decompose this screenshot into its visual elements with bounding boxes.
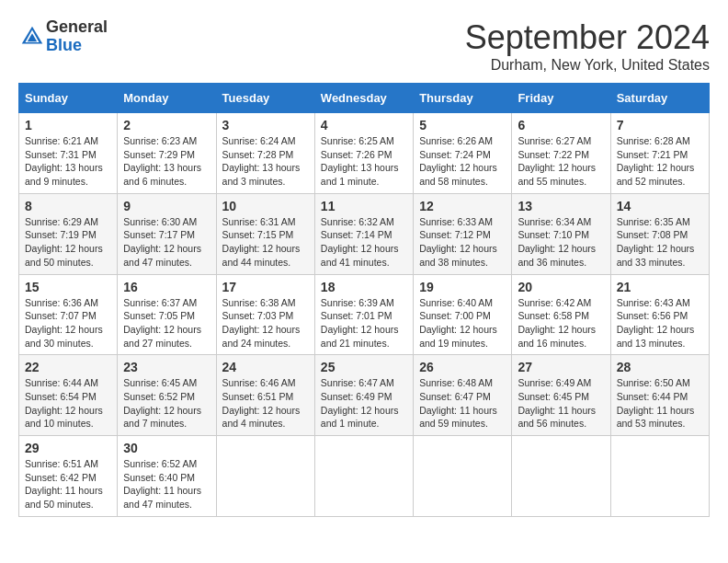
weekday-tuesday: Tuesday xyxy=(216,84,314,113)
day-number: 4 xyxy=(321,118,407,132)
day-number: 16 xyxy=(123,280,210,294)
day-number: 18 xyxy=(321,280,407,294)
calendar-cell: 26Sunrise: 6:48 AMSunset: 6:47 PMDayligh… xyxy=(414,355,512,436)
day-detail: Sunrise: 6:21 AMSunset: 7:31 PMDaylight:… xyxy=(25,134,111,189)
calendar-cell: 3Sunrise: 6:24 AMSunset: 7:28 PMDaylight… xyxy=(216,113,314,194)
day-number: 20 xyxy=(518,280,604,294)
day-number: 2 xyxy=(123,118,210,132)
calendar-cell xyxy=(216,436,314,517)
day-detail: Sunrise: 6:30 AMSunset: 7:17 PMDaylight:… xyxy=(123,215,210,270)
day-detail: Sunrise: 6:44 AMSunset: 6:54 PMDaylight:… xyxy=(25,376,111,431)
calendar-cell: 27Sunrise: 6:49 AMSunset: 6:45 PMDayligh… xyxy=(512,355,610,436)
day-detail: Sunrise: 6:38 AMSunset: 7:03 PMDaylight:… xyxy=(222,296,309,350)
day-detail: Sunrise: 6:43 AMSunset: 6:56 PMDaylight:… xyxy=(617,296,703,350)
location: Durham, New York, United States xyxy=(465,57,710,74)
calendar-cell: 18Sunrise: 6:39 AMSunset: 7:01 PMDayligh… xyxy=(314,274,413,355)
calendar-cell: 13Sunrise: 6:34 AMSunset: 7:10 PMDayligh… xyxy=(512,193,610,274)
day-detail: Sunrise: 6:46 AMSunset: 6:51 PMDaylight:… xyxy=(222,376,309,431)
calendar-cell: 7Sunrise: 6:28 AMSunset: 7:21 PMDaylight… xyxy=(610,113,709,194)
day-number: 9 xyxy=(123,199,210,213)
day-number: 1 xyxy=(25,118,111,132)
page-header: General Blue September 2024 Durham, New … xyxy=(18,18,710,74)
day-number: 17 xyxy=(222,280,309,294)
calendar-cell: 22Sunrise: 6:44 AMSunset: 6:54 PMDayligh… xyxy=(19,355,118,436)
day-detail: Sunrise: 6:40 AMSunset: 7:00 PMDaylight:… xyxy=(419,296,506,350)
calendar-cell: 20Sunrise: 6:42 AMSunset: 6:58 PMDayligh… xyxy=(512,274,610,355)
calendar-cell: 30Sunrise: 6:52 AMSunset: 6:40 PMDayligh… xyxy=(118,436,216,517)
day-number: 7 xyxy=(617,118,703,132)
calendar-cell: 21Sunrise: 6:43 AMSunset: 6:56 PMDayligh… xyxy=(610,274,709,355)
day-detail: Sunrise: 6:36 AMSunset: 7:07 PMDaylight:… xyxy=(25,296,111,350)
day-number: 5 xyxy=(419,118,506,132)
logo: General Blue xyxy=(18,18,108,55)
day-detail: Sunrise: 6:52 AMSunset: 6:40 PMDaylight:… xyxy=(123,457,210,511)
weekday-friday: Friday xyxy=(512,84,610,113)
day-number: 19 xyxy=(419,280,506,294)
weekday-saturday: Saturday xyxy=(610,84,709,113)
day-detail: Sunrise: 6:32 AMSunset: 7:14 PMDaylight:… xyxy=(321,215,407,270)
calendar-cell: 1Sunrise: 6:21 AMSunset: 7:31 PMDaylight… xyxy=(19,113,118,194)
day-detail: Sunrise: 6:51 AMSunset: 6:42 PMDaylight:… xyxy=(25,457,111,511)
logo-general: General xyxy=(46,18,108,37)
calendar-cell: 8Sunrise: 6:29 AMSunset: 7:19 PMDaylight… xyxy=(19,193,118,274)
calendar-body: 1Sunrise: 6:21 AMSunset: 7:31 PMDaylight… xyxy=(19,113,710,517)
calendar-cell: 29Sunrise: 6:51 AMSunset: 6:42 PMDayligh… xyxy=(19,436,118,517)
calendar-cell: 23Sunrise: 6:45 AMSunset: 6:52 PMDayligh… xyxy=(118,355,216,436)
day-detail: Sunrise: 6:35 AMSunset: 7:08 PMDaylight:… xyxy=(617,215,703,270)
day-detail: Sunrise: 6:48 AMSunset: 6:47 PMDaylight:… xyxy=(419,376,506,431)
day-number: 11 xyxy=(321,199,407,213)
day-detail: Sunrise: 6:29 AMSunset: 7:19 PMDaylight:… xyxy=(25,215,111,270)
day-number: 15 xyxy=(25,280,111,294)
day-detail: Sunrise: 6:37 AMSunset: 7:05 PMDaylight:… xyxy=(123,296,210,350)
calendar-cell: 28Sunrise: 6:50 AMSunset: 6:44 PMDayligh… xyxy=(610,355,709,436)
day-number: 14 xyxy=(617,199,703,213)
day-number: 24 xyxy=(222,360,309,374)
day-number: 28 xyxy=(617,360,703,374)
day-number: 12 xyxy=(419,199,506,213)
day-detail: Sunrise: 6:28 AMSunset: 7:21 PMDaylight:… xyxy=(617,134,703,189)
calendar-week-1: 1Sunrise: 6:21 AMSunset: 7:31 PMDaylight… xyxy=(19,113,710,194)
day-number: 22 xyxy=(25,360,111,374)
weekday-monday: Monday xyxy=(118,84,216,113)
calendar-cell xyxy=(610,436,709,517)
calendar-cell xyxy=(512,436,610,517)
day-detail: Sunrise: 6:33 AMSunset: 7:12 PMDaylight:… xyxy=(419,215,506,270)
title-area: September 2024 Durham, New York, United … xyxy=(465,18,710,74)
weekday-header-row: SundayMondayTuesdayWednesdayThursdayFrid… xyxy=(19,84,710,113)
day-detail: Sunrise: 6:50 AMSunset: 6:44 PMDaylight:… xyxy=(617,376,703,431)
calendar-cell: 6Sunrise: 6:27 AMSunset: 7:22 PMDaylight… xyxy=(512,113,610,194)
day-detail: Sunrise: 6:26 AMSunset: 7:24 PMDaylight:… xyxy=(419,134,506,189)
calendar-week-5: 29Sunrise: 6:51 AMSunset: 6:42 PMDayligh… xyxy=(19,436,710,517)
weekday-wednesday: Wednesday xyxy=(314,84,413,113)
generalblue-icon xyxy=(18,23,46,51)
calendar-table: SundayMondayTuesdayWednesdayThursdayFrid… xyxy=(18,83,710,517)
calendar-week-3: 15Sunrise: 6:36 AMSunset: 7:07 PMDayligh… xyxy=(19,274,710,355)
day-detail: Sunrise: 6:39 AMSunset: 7:01 PMDaylight:… xyxy=(321,296,407,350)
calendar-cell: 4Sunrise: 6:25 AMSunset: 7:26 PMDaylight… xyxy=(314,113,413,194)
calendar-cell: 24Sunrise: 6:46 AMSunset: 6:51 PMDayligh… xyxy=(216,355,314,436)
day-detail: Sunrise: 6:47 AMSunset: 6:49 PMDaylight:… xyxy=(321,376,407,431)
day-number: 27 xyxy=(518,360,604,374)
day-number: 3 xyxy=(222,118,309,132)
day-number: 23 xyxy=(123,360,210,374)
day-detail: Sunrise: 6:49 AMSunset: 6:45 PMDaylight:… xyxy=(518,376,604,431)
calendar-cell: 11Sunrise: 6:32 AMSunset: 7:14 PMDayligh… xyxy=(314,193,413,274)
month-title: September 2024 xyxy=(465,18,710,57)
day-number: 30 xyxy=(123,441,210,455)
calendar-cell xyxy=(314,436,413,517)
calendar-cell: 12Sunrise: 6:33 AMSunset: 7:12 PMDayligh… xyxy=(414,193,512,274)
calendar-cell: 19Sunrise: 6:40 AMSunset: 7:00 PMDayligh… xyxy=(414,274,512,355)
calendar-week-2: 8Sunrise: 6:29 AMSunset: 7:19 PMDaylight… xyxy=(19,193,710,274)
weekday-sunday: Sunday xyxy=(19,84,118,113)
day-detail: Sunrise: 6:34 AMSunset: 7:10 PMDaylight:… xyxy=(518,215,604,270)
day-number: 10 xyxy=(222,199,309,213)
day-number: 21 xyxy=(617,280,703,294)
calendar-cell: 5Sunrise: 6:26 AMSunset: 7:24 PMDaylight… xyxy=(414,113,512,194)
calendar-week-4: 22Sunrise: 6:44 AMSunset: 6:54 PMDayligh… xyxy=(19,355,710,436)
calendar-cell: 25Sunrise: 6:47 AMSunset: 6:49 PMDayligh… xyxy=(314,355,413,436)
calendar-cell xyxy=(414,436,512,517)
day-number: 6 xyxy=(518,118,604,132)
day-detail: Sunrise: 6:24 AMSunset: 7:28 PMDaylight:… xyxy=(222,134,309,189)
day-detail: Sunrise: 6:25 AMSunset: 7:26 PMDaylight:… xyxy=(321,134,407,189)
day-number: 26 xyxy=(419,360,506,374)
